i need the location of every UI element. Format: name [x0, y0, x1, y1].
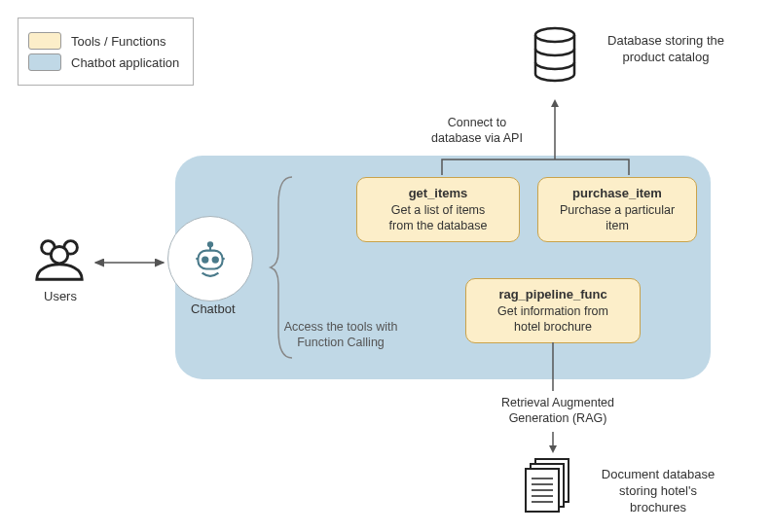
users-icon: [31, 235, 88, 282]
documents-label-text: Document database storing hotel's brochu…: [602, 467, 715, 514]
rag-label-text: Retrieval Augmented Generation (RAG): [501, 396, 614, 425]
tool-purchase-item: purchase_item Purchase a particular item: [537, 177, 697, 242]
legend-row-app: Chatbot application: [28, 53, 179, 71]
svg-point-7: [202, 257, 207, 262]
database-label: Database storing the product catalog: [598, 33, 734, 66]
legend-swatch-app: [28, 53, 61, 71]
svg-point-8: [213, 257, 218, 262]
legend: Tools / Functions Chatbot application: [18, 18, 194, 86]
connect-db-label: Connect to database via API: [419, 115, 535, 147]
access-tools-text: Access the tools with Function Calling: [284, 320, 398, 349]
chatbot-circle: [167, 216, 253, 301]
tool-get-items: get_items Get a list of items from the d…: [356, 177, 520, 242]
rag-label: Retrieval Augmented Generation (RAG): [485, 395, 631, 427]
tool-rag-pipeline: rag_pipeline_func Get information from h…: [465, 278, 641, 343]
legend-swatch-tools: [28, 32, 61, 50]
access-tools-label: Access the tools with Function Calling: [273, 319, 409, 351]
tool-purchase-item-title: purchase_item: [548, 186, 686, 202]
database-label-text: Database storing the product catalog: [607, 33, 724, 64]
database-icon: [531, 27, 579, 82]
chatbot-label: Chatbot: [191, 301, 236, 316]
tool-purchase-item-desc: Purchase a particular item: [548, 202, 686, 234]
robot-icon: [190, 238, 231, 279]
connect-db-text: Connect to database via API: [431, 116, 523, 145]
svg-point-2: [51, 246, 67, 263]
users-label: Users: [44, 289, 77, 303]
legend-text-app: Chatbot application: [71, 55, 179, 70]
documents-icon: [522, 457, 574, 515]
legend-text-tools: Tools / Functions: [71, 34, 166, 49]
tool-rag-desc: Get information from hotel brochure: [476, 303, 630, 336]
tool-rag-title: rag_pipeline_func: [476, 287, 630, 303]
tool-get-items-title: get_items: [367, 186, 509, 202]
arrow-users-chatbot: [92, 255, 171, 270]
tool-get-items-desc: Get a list of items from the database: [367, 202, 509, 234]
legend-row-tools: Tools / Functions: [28, 32, 179, 50]
svg-point-4: [208, 242, 212, 246]
documents-label: Document database storing hotel's brochu…: [590, 467, 726, 516]
svg-point-11: [535, 28, 574, 42]
